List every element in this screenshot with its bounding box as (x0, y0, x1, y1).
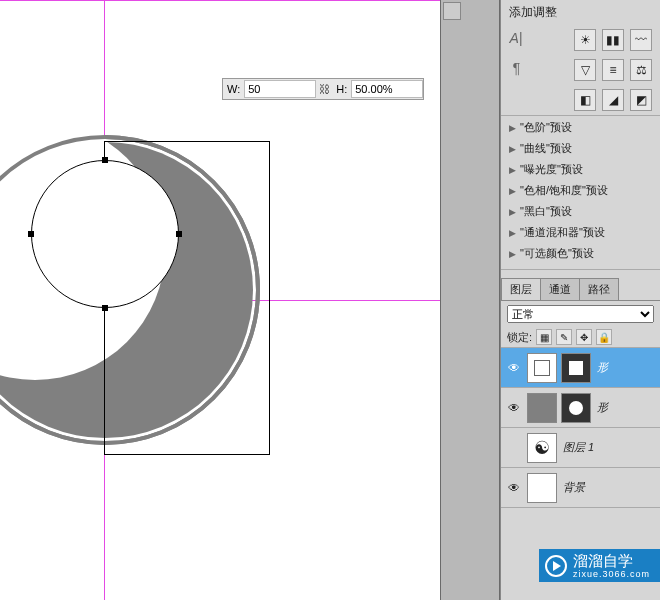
width-label: W: (223, 83, 244, 95)
height-input[interactable] (351, 80, 423, 98)
preset-channel-mixer[interactable]: ▶"通道混和器"预设 (507, 223, 656, 242)
visibility-toggle-icon[interactable]: 👁 (505, 479, 523, 497)
tab-channels[interactable]: 通道 (540, 278, 580, 300)
tab-layers[interactable]: 图层 (501, 278, 541, 300)
lock-label: 锁定: (507, 330, 532, 345)
expand-icon: ▶ (509, 207, 516, 217)
curves-icon[interactable]: 〰 (630, 29, 652, 51)
lock-transparency-icon[interactable]: ▦ (536, 329, 552, 345)
layer-background[interactable]: 👁 背景 (501, 468, 660, 508)
layer-thumbnail[interactable]: ☯ (527, 433, 557, 463)
lock-all-icon[interactable]: 🔒 (596, 329, 612, 345)
threshold-icon[interactable]: ◩ (630, 89, 652, 111)
preset-bw[interactable]: ▶"黑白"预设 (507, 202, 656, 221)
expand-icon: ▶ (509, 144, 516, 154)
lock-row: 锁定: ▦ ✎ ✥ 🔒 (501, 327, 660, 347)
character-panel-icon[interactable]: A| (510, 30, 523, 46)
hue-icon[interactable]: ≡ (602, 59, 624, 81)
layer-shape-2[interactable]: 👁 形 (501, 388, 660, 428)
transform-handle-w[interactable] (28, 231, 34, 237)
visibility-toggle-icon[interactable]: 👁 (505, 359, 523, 377)
lock-pixels-icon[interactable]: ✎ (556, 329, 572, 345)
height-label: H: (332, 83, 351, 95)
blend-mode-select[interactable]: 正常 (507, 305, 654, 323)
play-icon (545, 555, 567, 577)
visibility-toggle-icon[interactable]: 👁 (505, 399, 523, 417)
selected-ellipse[interactable] (31, 160, 179, 308)
collapsed-panel-tab[interactable] (443, 2, 461, 20)
canvas-area[interactable]: W: ⛓ H: (0, 0, 440, 600)
adjustments-title: 添加调整 (501, 0, 660, 25)
dock-gap (440, 0, 500, 600)
expand-icon: ▶ (509, 165, 516, 175)
transform-handle-s[interactable] (102, 305, 108, 311)
lock-position-icon[interactable]: ✥ (576, 329, 592, 345)
preset-exposure[interactable]: ▶"曝光度"预设 (507, 160, 656, 179)
vector-mask-thumbnail[interactable] (561, 353, 591, 383)
paragraph-panel-icon[interactable]: ¶ (512, 60, 520, 76)
adjustment-presets-list: ▶"色阶"预设 ▶"曲线"预设 ▶"曝光度"预设 ▶"色相/饱和度"预设 ▶"黑… (501, 115, 660, 270)
layer-thumbnail[interactable] (527, 353, 557, 383)
balance-icon[interactable]: ⚖ (630, 59, 652, 81)
posterize-icon[interactable]: ◢ (602, 89, 624, 111)
layer-1[interactable]: ☯ 图层 1 (501, 428, 660, 468)
layer-name[interactable]: 图层 1 (563, 440, 594, 455)
adjustments-row-3: ◧ ◢ ◩ (501, 85, 660, 115)
preset-curves[interactable]: ▶"曲线"预设 (507, 139, 656, 158)
expand-icon: ▶ (509, 123, 516, 133)
layer-name[interactable]: 形 (597, 360, 608, 375)
right-panels: 添加调整 ☀ ▮▮ 〰 ▽ ≡ ⚖ ◧ ◢ ◩ ▶"色阶"预设 ▶"曲线"预设 … (500, 0, 660, 600)
guide-horizontal-top[interactable] (0, 0, 440, 1)
layer-shape-1[interactable]: 👁 形 (501, 348, 660, 388)
expand-icon: ▶ (509, 249, 516, 259)
layer-thumbnail[interactable] (527, 473, 557, 503)
vector-mask-thumbnail[interactable] (561, 393, 591, 423)
preset-selective-color[interactable]: ▶"可选颜色"预设 (507, 244, 656, 263)
brightness-icon[interactable]: ☀ (574, 29, 596, 51)
expand-icon: ▶ (509, 228, 516, 238)
tab-paths[interactable]: 路径 (579, 278, 619, 300)
invert-icon[interactable]: ◧ (574, 89, 596, 111)
layer-panel-tabs: 图层 通道 路径 (501, 278, 660, 301)
levels-icon[interactable]: ▮▮ (602, 29, 624, 51)
visibility-toggle-icon[interactable] (505, 439, 523, 457)
preset-levels[interactable]: ▶"色阶"预设 (507, 118, 656, 137)
preset-hue-sat[interactable]: ▶"色相/饱和度"预设 (507, 181, 656, 200)
watermark-text: 溜溜自学 (573, 552, 633, 569)
transform-options-bar: W: ⛓ H: (222, 78, 424, 100)
transform-handle-n[interactable] (102, 157, 108, 163)
expand-icon: ▶ (509, 186, 516, 196)
collapsed-icon-column: A| ¶ (504, 30, 528, 76)
blend-mode-row: 正常 (501, 301, 660, 327)
layer-thumbnail[interactable] (527, 393, 557, 423)
layers-list: 👁 形 👁 形 ☯ 图层 1 👁 背景 (501, 347, 660, 508)
layer-name[interactable]: 背景 (563, 480, 585, 495)
watermark-url: zixue.3066.com (573, 569, 650, 579)
layer-name[interactable]: 形 (597, 400, 608, 415)
width-input[interactable] (244, 80, 316, 98)
link-aspect-icon[interactable]: ⛓ (316, 80, 332, 98)
vibrance-icon[interactable]: ▽ (574, 59, 596, 81)
transform-handle-e[interactable] (176, 231, 182, 237)
watermark-badge: 溜溜自学 zixue.3066.com (539, 549, 660, 582)
